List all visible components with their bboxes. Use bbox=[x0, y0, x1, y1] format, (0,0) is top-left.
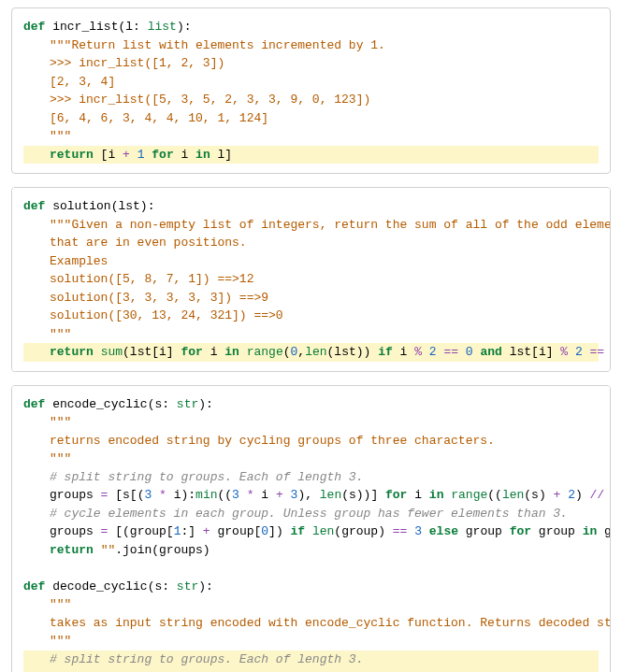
groups-assign-line: groups = [s[(3 * i):min((3 * i + 3), len… bbox=[23, 486, 599, 505]
doctest-output: [2, 3, 4] bbox=[23, 73, 599, 92]
comment-line: # split string to groups. Each of length… bbox=[23, 468, 599, 487]
return-line: return [i + 1 for i in l] bbox=[23, 146, 599, 164]
docstring-close: """ bbox=[23, 127, 599, 146]
code-snippet-cyclic: def encode_cyclic(s: str): """ returns e… bbox=[11, 385, 611, 673]
keyword-def: def bbox=[23, 20, 45, 34]
return-line: return sum(lst[i] for i in range(0,len(l… bbox=[23, 343, 599, 362]
def-line: def solution(lst): bbox=[23, 197, 599, 216]
function-name: decode_cyclic bbox=[52, 579, 147, 593]
type-annotation: list bbox=[148, 20, 177, 34]
examples-title: Examples bbox=[23, 252, 599, 271]
docstring-line: takes as input string encoded with encod… bbox=[23, 614, 599, 633]
docstring-line: returns encoded string by cycling groups… bbox=[23, 432, 599, 450]
doctest-line: >>> incr_list([5, 3, 5, 2, 3, 3, 9, 0, 1… bbox=[23, 91, 599, 109]
docstring-line: """Return list with elements incremented… bbox=[23, 36, 599, 55]
groups-cycle-line: groups = [(group[1:] + group[0]) if len(… bbox=[23, 522, 599, 541]
def-line: def encode_cyclic(s: str): bbox=[23, 395, 599, 414]
doctest-line: >>> incr_list([1, 2, 3]) bbox=[23, 54, 599, 73]
docstring-close: """ bbox=[23, 632, 599, 651]
doctest-output: [6, 4, 6, 3, 4, 4, 10, 1, 124] bbox=[23, 109, 599, 128]
function-name: incr_list bbox=[52, 20, 118, 34]
return-line: return "".join(groups) bbox=[23, 541, 599, 560]
code-snippet-solution: def solution(lst): """Given a non-empty … bbox=[11, 187, 611, 372]
code-snippet-incr-list: def incr_list(l: list): """Return list w… bbox=[11, 7, 611, 174]
comment-line: # split string to groups. Each of length… bbox=[23, 651, 599, 669]
example-line: solution([30, 13, 24, 321]) ==>0 bbox=[23, 307, 599, 325]
docstring-line: that are in even positions. bbox=[23, 234, 599, 252]
groups-assign-line: groups = [s[(3 * i):min((3 * i + 3), len… bbox=[23, 668, 599, 672]
def-line: def decode_cyclic(s: str): bbox=[23, 578, 599, 596]
docstring-open: """ bbox=[23, 413, 599, 432]
comment-line: # cycle elements in each group. Unless g… bbox=[23, 505, 599, 523]
example-line: solution([3, 3, 3, 3, 3]) ==>9 bbox=[23, 289, 599, 307]
example-line: solution([5, 8, 7, 1]) ==>12 bbox=[23, 270, 599, 289]
docstring-close: """ bbox=[23, 325, 599, 344]
function-name: encode_cyclic bbox=[52, 397, 147, 411]
def-line: def incr_list(l: list): bbox=[23, 18, 599, 36]
docstring-open: """ bbox=[23, 595, 599, 614]
docstring-close: """ bbox=[23, 450, 599, 468]
docstring-line: """Given a non-empty list of integers, r… bbox=[23, 216, 599, 235]
function-name: solution bbox=[52, 199, 110, 213]
